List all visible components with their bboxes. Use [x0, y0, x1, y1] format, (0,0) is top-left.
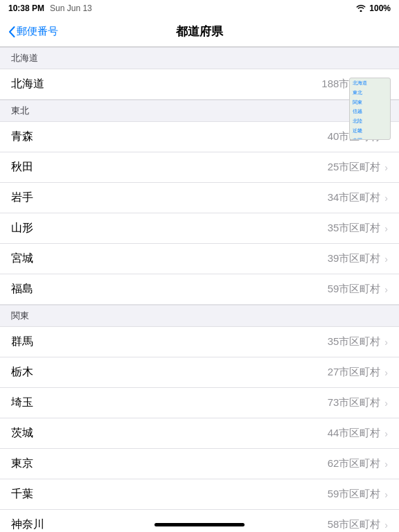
list-row[interactable]: 秋田25市区町村›	[0, 152, 399, 183]
list-row[interactable]: 神奈川58市区町村›	[0, 510, 399, 532]
row-label: 神奈川	[11, 517, 44, 532]
row-detail: 25市区町村›	[328, 161, 388, 174]
list-row[interactable]: 青森40市区町村›	[0, 122, 399, 152]
row-detail: 44市区町村›	[328, 427, 388, 440]
status-date: Sun Jun 13	[50, 3, 92, 13]
row-count: 39市区町村	[328, 252, 381, 265]
wifi-icon	[355, 3, 366, 14]
back-label: 郵便番号	[17, 25, 58, 38]
list-row[interactable]: 宮城39市区町村›	[0, 244, 399, 274]
chevron-right-icon: ›	[384, 223, 388, 234]
row-label: 山形	[11, 221, 33, 236]
row-label: 宮城	[11, 251, 33, 266]
chevron-right-icon: ›	[384, 337, 388, 348]
row-label: 北海道	[11, 77, 44, 91]
row-label: 埼玉	[11, 396, 33, 410]
row-count: 58市区町村	[328, 518, 381, 531]
row-detail: 59市区町村›	[328, 488, 388, 501]
row-count: 73市区町村	[328, 396, 381, 409]
row-count: 59市区町村	[328, 488, 381, 501]
chevron-right-icon: ›	[384, 520, 388, 531]
mini-map-item[interactable]: 北陸	[350, 116, 390, 126]
row-label: 群馬	[11, 335, 33, 349]
row-count: 25市区町村	[328, 161, 381, 174]
list-row[interactable]: 群馬35市区町村›	[0, 327, 399, 357]
chevron-right-icon: ›	[384, 489, 388, 500]
row-count: 62市区町村	[328, 457, 381, 470]
status-time: 10:38 PM	[8, 3, 44, 13]
row-label: 東京	[11, 456, 33, 471]
row-label: 茨城	[11, 426, 33, 441]
row-label: 栃木	[11, 365, 33, 380]
row-detail: 35市区町村›	[328, 222, 388, 235]
chevron-right-icon: ›	[384, 254, 388, 265]
list-row[interactable]: 千葉59市区町村›	[0, 479, 399, 510]
list-row[interactable]: 茨城44市区町村›	[0, 418, 399, 449]
row-count: 35市区町村	[328, 335, 381, 348]
row-detail: 27市区町村›	[328, 366, 388, 379]
chevron-right-icon: ›	[384, 193, 388, 204]
chevron-right-icon: ›	[384, 398, 388, 409]
list-row[interactable]: 山形35市区町村›	[0, 213, 399, 244]
row-label: 秋田	[11, 160, 33, 175]
mini-map-item[interactable]: 信越	[350, 107, 390, 116]
content-list: 北海道北海道188市区町村›東北青森40市区町村›秋田25市区町村›岩手34市区…	[0, 47, 399, 532]
status-bar: 10:38 PM Sun Jun 13 100%	[0, 0, 399, 17]
row-count: 35市区町村	[328, 222, 381, 235]
row-detail: 73市区町村›	[328, 396, 388, 409]
row-detail: 34市区町村›	[328, 191, 388, 204]
section-header: 関東	[0, 305, 399, 327]
chevron-right-icon: ›	[384, 459, 388, 470]
list-row[interactable]: 北海道188市区町村›	[0, 69, 399, 100]
chevron-right-icon: ›	[384, 162, 388, 173]
mini-map-item[interactable]: 東北	[350, 88, 390, 98]
list-row[interactable]: 東京62市区町村›	[0, 449, 399, 479]
row-detail: 62市区町村›	[328, 457, 388, 470]
row-count: 59市区町村	[328, 283, 381, 296]
row-label: 千葉	[11, 487, 33, 502]
row-detail: 59市区町村›	[328, 283, 388, 296]
row-label: 青森	[11, 130, 33, 144]
scroll-indicator	[154, 523, 245, 526]
chevron-right-icon: ›	[384, 428, 388, 439]
nav-title: 都道府県	[176, 24, 223, 39]
mini-map: 北海道 東北 関東 信越 北陸 近畿 中国 四国 九州 沖縄	[349, 78, 391, 140]
list-row[interactable]: 岩手34市区町村›	[0, 183, 399, 213]
nav-bar: 郵便番号 都道府県	[0, 17, 399, 47]
row-detail: 39市区町村›	[328, 252, 388, 265]
row-label: 岩手	[11, 190, 33, 205]
list-row[interactable]: 埼玉73市区町村›	[0, 388, 399, 418]
mini-map-item[interactable]: 近畿	[350, 126, 390, 136]
back-button[interactable]: 郵便番号	[8, 25, 58, 38]
chevron-right-icon: ›	[384, 284, 388, 295]
chevron-right-icon: ›	[384, 367, 388, 378]
battery-label: 100%	[369, 3, 391, 13]
mini-map-item[interactable]: 北海道	[350, 78, 390, 88]
row-count: 44市区町村	[328, 427, 381, 440]
row-count: 34市区町村	[328, 191, 381, 204]
section-header: 北海道	[0, 47, 399, 69]
mini-map-item[interactable]: 中国	[350, 136, 390, 140]
row-label: 福島	[11, 282, 33, 296]
list-row[interactable]: 福島59市区町村›	[0, 274, 399, 305]
row-detail: 58市区町村›	[328, 518, 388, 531]
list-row[interactable]: 栃木27市区町村›	[0, 357, 399, 388]
row-count: 27市区町村	[328, 366, 381, 379]
row-detail: 35市区町村›	[328, 335, 388, 348]
mini-map-item[interactable]: 関東	[350, 98, 390, 107]
section-header: 東北	[0, 100, 399, 122]
